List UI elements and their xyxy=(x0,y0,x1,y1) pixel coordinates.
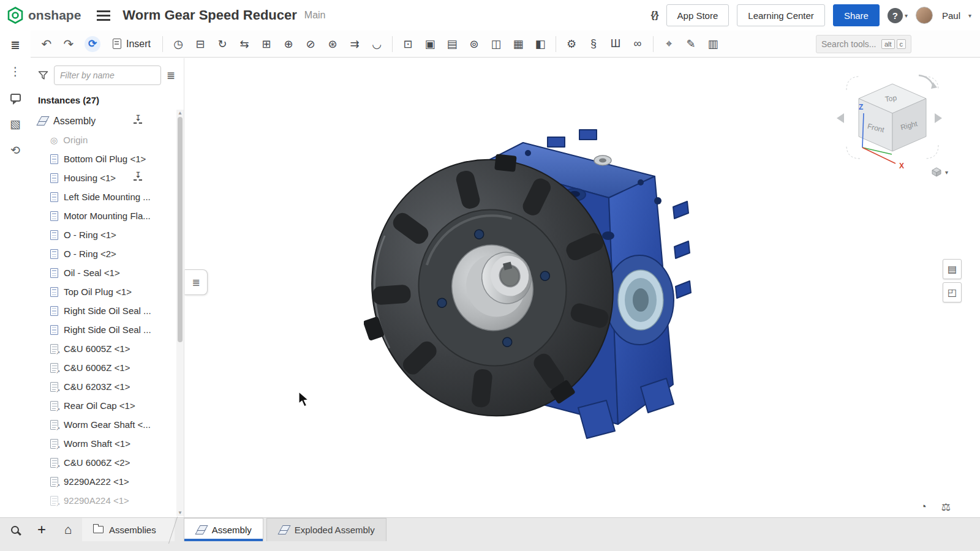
help-menu[interactable]: ? ▾ xyxy=(888,8,908,23)
graphics-viewport[interactable]: Top Front Right Z X ▾ ▤ ◰ xyxy=(185,58,980,517)
cylindrical-mate-icon[interactable]: ⊕ xyxy=(277,34,300,54)
ball-mate-icon[interactable]: ⊛ xyxy=(322,34,344,54)
performance-icon[interactable]: ◔ xyxy=(920,501,926,514)
tab-search-button[interactable] xyxy=(0,518,29,541)
named-positions-icon[interactable]: ✎ xyxy=(680,34,702,54)
replicate-icon[interactable]: ▣ xyxy=(419,34,441,54)
belt-relation-icon[interactable]: ∞ xyxy=(627,34,649,54)
instance-cu-6006z-2[interactable]: C&U 6006Z <2> xyxy=(31,453,184,472)
add-tab-button[interactable]: + xyxy=(29,518,54,541)
instance-housing[interactable]: Housing <1> xyxy=(31,168,184,187)
parallel-mate-icon[interactable]: ⇉ xyxy=(344,34,366,54)
left-rail: ≣⋮▧⟲ xyxy=(0,31,31,517)
tangent-mate-icon[interactable]: ◡ xyxy=(366,34,388,54)
tab-assembly[interactable]: Assembly xyxy=(184,518,263,541)
instance-worm-gear-shaft[interactable]: Worm Gear Shaft <... xyxy=(31,415,184,434)
comments-icon[interactable] xyxy=(5,88,26,107)
viewport-bottom-icons: ◔ ⚖ xyxy=(920,501,951,514)
circular-pattern-icon[interactable]: ⊚ xyxy=(463,34,485,54)
exploded-view-icon[interactable]: ⌖ xyxy=(658,34,680,54)
rotate-left-arrow[interactable] xyxy=(837,113,844,123)
instance-oil-seal[interactable]: Oil - Seal <1> xyxy=(31,263,184,282)
svg-text:Top: Top xyxy=(884,94,897,104)
view-cube[interactable]: Top Front Right Z X xyxy=(828,67,951,174)
panel-scrollbar[interactable]: ▲ ▼ xyxy=(176,110,184,516)
instance-motor-mounting-flange[interactable]: Motor Mounting Fla... xyxy=(31,206,184,225)
screw-relation-icon[interactable]: § xyxy=(582,34,605,54)
revolute-mate-icon[interactable]: ↻ xyxy=(211,34,233,54)
search-icon xyxy=(11,526,19,534)
workspace-name[interactable]: Main xyxy=(304,10,326,21)
home-button[interactable]: ⌂ xyxy=(54,518,82,541)
instance-cu-6203z[interactable]: C&U 6203Z <1> xyxy=(31,377,184,396)
user-menu-chevron-icon[interactable]: ▾ xyxy=(968,12,971,19)
part-icon xyxy=(50,173,58,183)
search-tools-field[interactable]: Search tools... alt c xyxy=(816,35,911,53)
mate-connector-icon[interactable]: ◷ xyxy=(167,34,189,54)
filter-icon[interactable] xyxy=(38,70,48,80)
pattern-icon[interactable]: ▦ xyxy=(507,34,529,54)
pin-slot-mate-icon[interactable]: ⊘ xyxy=(300,34,322,54)
instance-bottom-oil-plug[interactable]: Bottom Oil Plug <1> xyxy=(31,149,184,168)
instance-root-assembly[interactable]: Assembly xyxy=(31,111,184,130)
mate-features-icon[interactable]: ⋮ xyxy=(5,62,26,80)
instance-origin[interactable]: Origin xyxy=(31,130,184,149)
slider-mate-icon[interactable]: ⇆ xyxy=(233,34,255,54)
update-linked-icon[interactable] xyxy=(134,114,143,124)
instance-top-oil-plug[interactable]: Top Oil Plug <1> xyxy=(31,282,184,301)
features-flyout-toggle[interactable]: ≣ xyxy=(184,269,208,295)
tab-exploded-assembly[interactable]: Exploded Assembly xyxy=(266,518,386,541)
rack-pinion-relation-icon[interactable]: Ш xyxy=(605,34,627,54)
learning-center-button[interactable]: Learning Center xyxy=(737,4,825,26)
mass-properties-icon[interactable]: ⚖ xyxy=(941,501,951,514)
view-options-button[interactable]: ▾ xyxy=(931,167,948,177)
scroll-down-icon[interactable]: ▼ xyxy=(176,510,184,515)
structure-panel-button[interactable]: ◰ xyxy=(943,282,962,302)
display-states-icon[interactable]: ◧ xyxy=(529,34,551,54)
user-avatar[interactable] xyxy=(916,7,933,24)
rotate-right-arrow[interactable] xyxy=(935,113,942,123)
instance-o-ring-1[interactable]: O - Ring <1> xyxy=(31,225,184,244)
scrollbar-thumb[interactable] xyxy=(178,117,183,342)
tab-icon xyxy=(278,525,289,534)
list-view-icon[interactable]: ≣ xyxy=(167,69,175,82)
parts-panel-icon[interactable]: ▧ xyxy=(5,114,26,133)
main-menu-icon[interactable] xyxy=(97,10,110,21)
bom-panel-button[interactable]: ▤ xyxy=(943,259,962,279)
linear-pattern-icon[interactable]: ▤ xyxy=(441,34,463,54)
instance-left-side-mounting[interactable]: Left Side Mounting ... xyxy=(31,187,184,206)
planar-mate-icon[interactable]: ⊞ xyxy=(255,34,277,54)
instance-cu-6006z-1[interactable]: C&U 6006Z <1> xyxy=(31,358,184,377)
redo-button[interactable]: ↷ xyxy=(58,37,80,51)
tab-assemblies[interactable]: Assemblies xyxy=(82,518,175,541)
part-icon xyxy=(50,420,58,430)
roll-arrow[interactable] xyxy=(919,75,933,86)
assembly-3d-model[interactable] xyxy=(364,121,725,446)
instance-rear-oil-cap[interactable]: Rear Oil Cap <1> xyxy=(31,396,184,415)
app-store-button[interactable]: App Store xyxy=(666,4,729,26)
history-icon[interactable]: ⟲ xyxy=(5,141,26,159)
instance-right-side-oil-seal-1[interactable]: Right Side Oil Seal ... xyxy=(31,301,184,320)
part-icon xyxy=(50,268,58,278)
gear-relation-icon[interactable]: ⚙ xyxy=(560,34,582,54)
fastened-mate-icon[interactable]: ⊟ xyxy=(189,34,211,54)
instance-92290a224[interactable]: 92290A224 <1> xyxy=(31,491,184,510)
share-button[interactable]: Share xyxy=(833,4,880,26)
assembly-panel-icon[interactable]: ≣ xyxy=(5,36,26,54)
instance-o-ring-2[interactable]: O - Ring <2> xyxy=(31,244,184,263)
filter-input[interactable] xyxy=(54,66,161,85)
insert-button[interactable]: Insert xyxy=(105,39,158,50)
onshape-logo[interactable]: onshape xyxy=(0,7,87,24)
bom-icon[interactable]: ▥ xyxy=(702,34,724,54)
undo-button[interactable]: ↶ xyxy=(36,37,58,51)
instance-92290a222[interactable]: 92290A222 <1> xyxy=(31,472,184,491)
instance-worm-shaft[interactable]: Worm Shaft <1> xyxy=(31,434,184,453)
scroll-up-icon[interactable]: ▲ xyxy=(176,110,184,116)
mirror-icon[interactable]: ◫ xyxy=(485,34,507,54)
group-icon[interactable]: ⊡ xyxy=(397,34,419,54)
update-linked-documents-icon[interactable]: ⟳ xyxy=(85,36,100,52)
instance-cu-6005z[interactable]: C&U 6005Z <1> xyxy=(31,339,184,358)
instance-right-side-oil-seal-2[interactable]: Right Side Oil Seal ... xyxy=(31,320,184,339)
right-panel-buttons: ▤ ◰ xyxy=(943,259,962,302)
dev-portal-icon[interactable]: {∕} xyxy=(650,10,658,21)
